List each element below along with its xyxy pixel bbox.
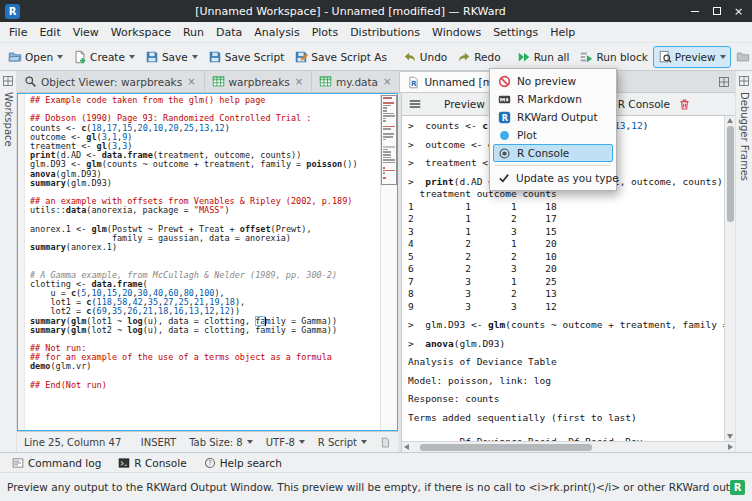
- toolview-command-log[interactable]: Command log: [5, 456, 108, 470]
- menu-run[interactable]: Run: [177, 24, 210, 41]
- code-line[interactable]: summary(glm(lot2 ~ log(u), data = clotti…: [30, 326, 380, 335]
- hscroll-thumb[interactable]: [420, 444, 592, 451]
- toolview-help-search[interactable]: ?Help search: [197, 456, 289, 470]
- menu-edit[interactable]: Edit: [33, 24, 66, 41]
- save-script-button-label: Save Script: [225, 51, 285, 63]
- horizontal-scrollbar[interactable]: [402, 441, 735, 452]
- menu-settings[interactable]: Settings: [487, 24, 544, 41]
- preview-icon: [658, 50, 672, 64]
- cd-script-dir-button[interactable]: CD to script directory: [731, 46, 752, 68]
- code-line[interactable]: [30, 252, 380, 261]
- console-line: Model: poisson, link: log: [408, 375, 721, 388]
- code-line[interactable]: utils::data(anorexia, package = "MASS"): [30, 206, 380, 215]
- tab-my-data[interactable]: my.data×: [312, 71, 400, 92]
- menu-help[interactable]: Help: [544, 24, 581, 41]
- console-line: Response: counts: [408, 393, 721, 406]
- encoding-select[interactable]: UTF-8: [266, 437, 305, 448]
- hscroll-track[interactable]: [412, 444, 725, 451]
- code-line[interactable]: ## End(Not run): [30, 381, 380, 390]
- code-line[interactable]: demo(glm.vr): [30, 362, 380, 371]
- document-icon[interactable]: [380, 437, 391, 448]
- tab-label: warpbreaks: [229, 76, 290, 88]
- menu-plots[interactable]: Plots: [306, 24, 344, 41]
- save-icon: [145, 50, 159, 64]
- tab-warpbreaks[interactable]: warpbreaks×: [205, 71, 313, 92]
- close-button[interactable]: ×: [730, 4, 747, 19]
- save-script-button[interactable]: Save Script: [203, 46, 290, 68]
- r-engine-status-badge[interactable]: R: [730, 480, 745, 495]
- save-button[interactable]: Save: [140, 46, 203, 68]
- tab-label: Object Viewer: warpbreaks: [41, 76, 182, 88]
- editor-statusbar: Line 25, Column 47 INSERT Tab Size: 8 UT…: [17, 431, 398, 452]
- spreadsheet-icon: [319, 75, 332, 88]
- redo-button[interactable]: Redo: [452, 46, 505, 68]
- menu-item-no-preview[interactable]: No preview: [493, 72, 613, 90]
- sidebar-item-workspace[interactable]: Workspace: [3, 92, 14, 147]
- create-button[interactable]: Create: [68, 46, 140, 68]
- console-line: 3 1 3 15: [408, 226, 721, 239]
- tab-object-viewer-warpbreaks[interactable]: Object Viewer: warpbreaks×: [17, 71, 205, 92]
- close-icon[interactable]: ×: [186, 77, 196, 87]
- toolview-r-console[interactable]: R Console: [111, 456, 193, 470]
- console-line: > anova(glm.D93): [408, 338, 721, 351]
- dropdown-caret-icon: [129, 55, 135, 59]
- close-icon[interactable]: ×: [382, 77, 392, 87]
- scroll-left-icon[interactable]: [404, 444, 409, 450]
- menu-workspace[interactable]: Workspace: [105, 24, 177, 41]
- editor-code[interactable]: ## Example code taken from the glm() hel…: [25, 94, 380, 430]
- trash-icon[interactable]: [678, 98, 691, 111]
- titlebar[interactable]: R [Unnamed Workspace] - Unnamed [modifie…: [0, 0, 752, 22]
- console-line: > glm.D93 <- glm(counts ~ outcome + trea…: [408, 319, 721, 332]
- menu-item-plot[interactable]: Plot: [493, 126, 613, 144]
- code-line[interactable]: summary(glm.D93): [30, 179, 380, 188]
- code-line[interactable]: ## Example code taken from the glm() hel…: [30, 96, 380, 105]
- console-line: Terms added sequentially (first to last): [408, 412, 721, 425]
- redo-button-label: Redo: [474, 51, 500, 63]
- radio-selected-icon: [498, 147, 511, 160]
- vscroll-thumb[interactable]: [727, 126, 734, 222]
- scroll-up-icon[interactable]: [727, 118, 733, 123]
- menu-item-rkward-output[interactable]: RRKWard Output: [493, 108, 613, 126]
- cursor-position[interactable]: Line 25, Column 47: [24, 437, 121, 448]
- tab-size-select[interactable]: Tab Size: 8: [189, 437, 253, 448]
- document-tabbar: Object Viewer: warpbreaks×warpbreaks×my.…: [17, 71, 735, 93]
- minimap-viewport[interactable]: [381, 95, 397, 185]
- menu-file[interactable]: File: [3, 24, 33, 41]
- console-line: 9 3 3 12: [408, 301, 721, 314]
- scroll-down-icon[interactable]: [727, 434, 733, 439]
- close-icon[interactable]: ×: [294, 77, 304, 87]
- tab-label: my.data: [336, 76, 378, 88]
- scroll-right-icon[interactable]: [728, 444, 733, 450]
- code-line[interactable]: summary(anorex.1): [30, 243, 380, 252]
- cd-icon: [736, 50, 750, 64]
- save-script-as-button[interactable]: Save Script As: [289, 46, 392, 68]
- maximize-button[interactable]: [708, 4, 725, 19]
- menu-distributions[interactable]: Distributions: [344, 24, 426, 41]
- bottom-toolview-bar: Command logR Console?Help search: [0, 452, 752, 472]
- menu-item-r-console[interactable]: R Console: [493, 144, 613, 162]
- menu-data[interactable]: Data: [210, 24, 248, 41]
- split-view-icon[interactable]: [718, 76, 730, 88]
- menu-item-label: Plot: [517, 129, 537, 141]
- open-button[interactable]: Open: [3, 46, 68, 68]
- run-all-button[interactable]: Run all: [512, 46, 575, 68]
- toolbar: OpenCreateSaveSave ScriptSave Script AsU…: [0, 43, 752, 71]
- menu-windows[interactable]: Windows: [426, 24, 487, 41]
- editor-icon-border: [18, 94, 25, 430]
- menu-item-r-markdown[interactable]: R Markdown: [493, 90, 613, 108]
- preview-button[interactable]: Preview: [653, 46, 731, 68]
- menu-view[interactable]: View: [67, 24, 105, 41]
- vertical-scrollbar[interactable]: [724, 116, 735, 441]
- editor-minimap[interactable]: [380, 94, 397, 430]
- run-block-button[interactable]: Run block: [574, 46, 652, 68]
- menu-item-update-as-you-type[interactable]: Update as you type: [493, 169, 613, 187]
- undo-button[interactable]: Undo: [398, 46, 452, 68]
- menu-item-label: R Console: [517, 147, 569, 159]
- editor-ime-box: [255, 316, 265, 326]
- input-mode-button[interactable]: INSERT: [141, 437, 176, 448]
- hamburger-menu-icon[interactable]: [408, 97, 422, 111]
- sidebar-item-debugger-frames[interactable]: Debugger Frames: [739, 92, 750, 181]
- minimize-button[interactable]: [686, 4, 703, 19]
- menu-analysis[interactable]: Analysis: [248, 24, 305, 41]
- filetype-select[interactable]: R Script: [318, 437, 367, 448]
